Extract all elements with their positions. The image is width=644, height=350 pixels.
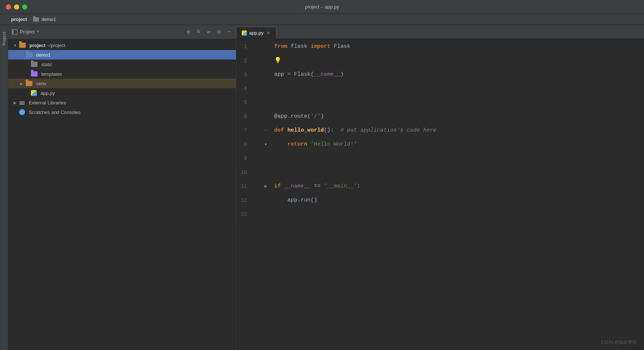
minimize-button[interactable] bbox=[14, 4, 19, 10]
gutter-2 bbox=[260, 54, 271, 68]
line-num-5: 5 bbox=[236, 96, 253, 110]
tree-item-demo1[interactable]: demo1 bbox=[8, 50, 236, 60]
fn-hello-world: hello_world bbox=[287, 124, 324, 138]
var-colon: : bbox=[357, 179, 360, 193]
code-line-6: @app.route( '/' ) bbox=[274, 110, 644, 124]
tree-item-static[interactable]: static bbox=[8, 60, 236, 69]
sidebar-title: Project bbox=[20, 29, 35, 35]
builtin-name-2: __name__ bbox=[284, 179, 311, 193]
code-content[interactable]: from flask import Flask 💡 app = Flask( _… bbox=[271, 39, 644, 350]
locate-file-icon[interactable]: ⊕ bbox=[185, 28, 192, 36]
tab-py-icon bbox=[242, 31, 247, 36]
kw-def: def bbox=[274, 124, 284, 138]
sidebar-toolbar: Project ▼ ⊕ ≡ ⇌ ⚙ − bbox=[8, 25, 236, 39]
chevron-down-icon: ▼ bbox=[13, 43, 18, 47]
svg-rect-4 bbox=[20, 104, 25, 105]
minimize-panel-icon[interactable]: − bbox=[226, 28, 232, 36]
var-eq: == bbox=[311, 179, 324, 193]
gutter-10 bbox=[260, 165, 271, 179]
sidebar-dropdown-icon[interactable]: ▼ bbox=[37, 30, 39, 34]
line-num-12: 12 bbox=[236, 193, 253, 207]
code-line-4 bbox=[274, 82, 644, 96]
code-line-1: from flask import Flask bbox=[274, 40, 644, 54]
tab-label: app.py bbox=[249, 30, 263, 36]
line-num-11: 11 bbox=[236, 179, 253, 193]
close-button[interactable] bbox=[6, 4, 11, 10]
line-num-13: 13 bbox=[236, 207, 253, 221]
run-icon[interactable]: ▶ bbox=[264, 179, 267, 193]
code-line-11: if __name__ == '__main__' : bbox=[274, 179, 644, 193]
line-num-6: 6 bbox=[236, 110, 253, 124]
tree-label-venv: venv bbox=[36, 81, 46, 86]
breadcrumb-folder-icon bbox=[33, 17, 39, 22]
var-indent bbox=[274, 138, 287, 151]
settings-icon[interactable]: ⚙ bbox=[216, 28, 222, 36]
line-numbers: 1 2 3 4 5 6 7 8 9 10 11 12 13 bbox=[236, 39, 260, 350]
breakpoint-icon[interactable]: ● bbox=[265, 138, 267, 151]
tree-label-app-py: app.py bbox=[40, 90, 55, 96]
side-tab-project-label[interactable]: Project bbox=[2, 29, 6, 49]
editor-area: app.py ✕ 1 2 3 4 5 6 7 8 9 10 11 12 13 bbox=[236, 25, 644, 350]
tree-label-static: static bbox=[41, 62, 52, 67]
gutter-9 bbox=[260, 151, 271, 165]
code-line-3: app = Flask( __name__ ) bbox=[274, 68, 644, 82]
line-num-7: 7 bbox=[236, 124, 253, 138]
tree-label-external-libs: External Libraries bbox=[29, 100, 66, 106]
var-flask: flask bbox=[287, 40, 311, 54]
line-num-3: 3 bbox=[236, 68, 253, 82]
titlebar: project – app.py bbox=[0, 0, 644, 14]
tree-label-scratches: Scratches and Consoles bbox=[29, 110, 81, 115]
builtin-name: __name__ bbox=[314, 68, 340, 82]
code-line-12: app.run() bbox=[274, 193, 644, 207]
tree-item-app-py[interactable]: app.py bbox=[8, 88, 236, 98]
tree-label-project: project ~/project bbox=[29, 43, 65, 48]
svg-rect-3 bbox=[20, 103, 25, 104]
window-controls bbox=[6, 4, 27, 10]
code-line-9 bbox=[274, 151, 644, 165]
tree-item-project-root[interactable]: ▼ project ~/project bbox=[8, 40, 236, 50]
external-lib-icon bbox=[19, 100, 25, 106]
deco-paren-close: ) bbox=[321, 110, 324, 124]
window-title: project – app.py bbox=[305, 4, 339, 10]
collapse-icon[interactable]: − bbox=[264, 124, 267, 138]
tab-app-py[interactable]: app.py ✕ bbox=[236, 27, 276, 39]
code-line-13 bbox=[274, 207, 644, 221]
tab-bar: app.py ✕ bbox=[236, 25, 644, 39]
code-editor: 1 2 3 4 5 6 7 8 9 10 11 12 13 bbox=[236, 39, 644, 350]
gutter-8-collapse[interactable]: ● bbox=[260, 138, 271, 151]
maximize-button[interactable] bbox=[22, 4, 27, 10]
svg-rect-1 bbox=[12, 29, 14, 35]
tree-item-venv[interactable]: ▶ venv bbox=[8, 79, 236, 88]
tree-item-external-libs[interactable]: ▶ External Libraries bbox=[8, 98, 236, 107]
kw-from: from bbox=[274, 40, 287, 54]
kw-import: import bbox=[311, 40, 330, 54]
gutter-6 bbox=[260, 110, 271, 124]
tab-close-button[interactable]: ✕ bbox=[266, 30, 271, 36]
main-layout: Project Project ▼ ⊕ ≡ ⇌ ⚙ − bbox=[0, 25, 644, 350]
folder-icon-static bbox=[31, 62, 38, 67]
line-num-2: 2 bbox=[236, 54, 253, 68]
line-num-9: 9 bbox=[236, 151, 253, 165]
var-def-paren: (): bbox=[324, 124, 340, 138]
gutter-area: − ● ▶ bbox=[260, 39, 271, 350]
tree-item-templates[interactable]: templates bbox=[8, 69, 236, 79]
var-space bbox=[284, 124, 287, 138]
tree-item-scratches[interactable]: Scratches and Consoles bbox=[8, 107, 236, 117]
folder-icon-demo1 bbox=[26, 52, 32, 57]
expand-icon[interactable]: ⇌ bbox=[205, 28, 212, 36]
code-line-7: def hello_world (): # put application's … bbox=[274, 124, 644, 138]
gutter-11-run[interactable]: ▶ bbox=[260, 179, 271, 193]
side-tab: Project bbox=[0, 25, 8, 350]
folder-icon-project bbox=[19, 43, 26, 48]
chevron-right-ext: ▶ bbox=[13, 101, 18, 105]
gutter-7-collapse[interactable]: − bbox=[260, 124, 271, 138]
lightbulb-icon: 💡 bbox=[274, 54, 282, 68]
tree-label-demo1: demo1 bbox=[36, 52, 51, 58]
str-slash: '/' bbox=[311, 110, 321, 124]
collapse-all-icon[interactable]: ≡ bbox=[195, 28, 202, 36]
var-space3 bbox=[281, 179, 284, 193]
svg-point-5 bbox=[21, 111, 24, 114]
svg-rect-2 bbox=[20, 101, 25, 102]
breadcrumb-project[interactable]: project bbox=[11, 17, 27, 22]
breadcrumb-folder[interactable]: demo1 bbox=[42, 17, 56, 22]
